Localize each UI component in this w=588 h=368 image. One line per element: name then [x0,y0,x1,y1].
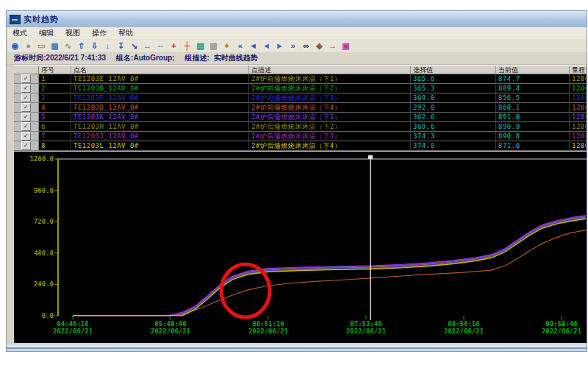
row-checkbox[interactable]: ✓ [14,93,39,103]
table-row[interactable]: ✓2TE1203B_12AV_0#2#炉前墙燃烧床床温（下2）365.3889.… [14,84,587,93]
realtime-mode-icon[interactable]: ◉ [9,40,21,52]
cell-rng: 1200.0 [570,122,587,132]
print-icon[interactable]: ▣ [340,40,352,52]
y-tick-label: 1200.0 [29,155,54,163]
cell-name: TE1203L_12AV_0# [71,141,249,151]
title-bar[interactable]: 实时趋势 [7,11,587,28]
copy-icon[interactable]: ▥ [207,40,220,52]
cell-no: 5 [39,113,71,122]
pointer-icon[interactable]: ↘ [128,40,140,52]
window-bottom-edge [7,343,587,351]
x-tick-time-label: 04:46:16 [57,320,88,328]
export-data-icon[interactable]: ▤ [194,40,207,52]
grid-view-icon[interactable]: ▦ [49,40,61,52]
column-header-no: 序号 [39,66,71,74]
group-desc-value: 实时曲线趋势 [214,53,258,63]
x-tick-date-label: 2022/06/21 [542,328,581,335]
table-row[interactable]: ✓1TE1203E_12AV_0#2#炉前墙燃烧床床温（下1）365.6874.… [14,74,587,84]
h-expand-icon[interactable]: ⇔ [154,40,167,52]
h-span-icon[interactable]: ↔ [141,40,154,52]
cell-sel: 292.0 [411,103,496,113]
cursor-add-icon[interactable]: + [168,40,180,52]
bookmark-icon[interactable]: ◆ [313,40,326,52]
cursor-time-text: 游标时间:2022/6/21 7:41:33 [14,53,106,63]
x-tick-time-label: 09:58:46 [545,320,577,328]
table-row[interactable]: ✓8TE1203L_12AV_0#2#炉后墙燃烧床床温（下4）374.0871.… [14,141,587,151]
trend-plot[interactable]: 0.0240.0480.0720.0960.01200.004:46:16202… [14,152,587,343]
checkmark-icon: ✓ [21,74,31,83]
row-checkbox[interactable]: ✓ [14,122,39,132]
search-icon[interactable]: ∞ [300,40,312,52]
trend-chart[interactable]: 0.0240.0480.0720.0960.01200.004:46:16202… [14,152,587,343]
fast-forward-icon[interactable]: » [287,40,299,52]
group-desc-label: 组描述: [185,53,209,63]
zoom-tool-icon[interactable]: ⌖ [220,40,233,52]
checkmark-icon: ✓ [21,141,31,150]
cell-sel: 362.6 [411,113,496,122]
shift-down-icon[interactable]: ⇩ [88,40,101,52]
scale-bottom-icon[interactable]: ↧ [115,40,127,52]
table-row[interactable]: ✓6TE1203H_12AV_0#2#炉后墙燃烧床床温（下2）369.6890.… [14,122,587,132]
cursor-status-line: 游标时间:2022/6/21 7:41:33 组名:AutoGroup; 组描述… [7,52,587,65]
app-icon [10,15,21,24]
column-header-check [14,66,39,74]
menu-item-operate[interactable]: 操作 [86,27,112,39]
cell-name: TE1203K_12AV_0# [71,113,249,122]
window-title: 实时趋势 [24,14,59,25]
cell-name: TE1203F_12AV_0# [71,93,249,103]
cell-no: 7 [39,132,71,141]
row-checkbox[interactable]: ✓ [14,103,39,113]
row-checkbox[interactable]: ✓ [14,74,39,84]
x-tick-time-label: 06:51:16 [252,320,284,328]
row-checkbox[interactable]: ✓ [14,141,39,151]
menu-item-edit[interactable]: 编辑 [33,27,60,39]
row-checkbox[interactable]: ✓ [14,84,39,93]
curve-view-icon[interactable]: ∿ [62,40,74,52]
x-tick-time-label: 07:53:46 [350,320,381,328]
column-header-cur: 当前值 [496,66,570,74]
table-row[interactable]: ✓5TE1203K_12AV_0#2#炉后墙燃烧床床温（下1）362.6891.… [14,113,587,122]
trend-curve-TE1203B_12AV_0# [73,216,586,316]
goto-end-icon[interactable]: → [326,40,339,52]
history-mode-icon[interactable]: ● [22,40,35,52]
x-tick-date-label: 2022/06/21 [151,328,190,335]
cell-desc: 2#炉前墙燃烧床床温（下1） [249,74,411,84]
cursor-handle[interactable] [368,155,373,159]
menu-item-view[interactable]: 视图 [60,27,86,39]
cell-desc: 2#炉后墙燃烧床床温（下3） [249,132,411,141]
cell-cur: 891.0 [496,113,570,122]
menu-item-mode[interactable]: 模式 [7,27,33,39]
group-name-text: 组名:AutoGroup; [116,53,174,63]
row-checkbox[interactable]: ✓ [14,132,39,141]
x-tick-date-label: 2022/06/21 [248,328,288,335]
y-tick-label: 0.0 [42,312,54,319]
row-checkbox[interactable]: ✓ [14,113,39,122]
cell-no: 4 [39,103,71,113]
checkmark-icon: ✓ [21,122,31,131]
cell-no: 3 [39,93,71,103]
menu-item-help[interactable]: 帮助 [112,27,139,39]
play-backward-icon[interactable]: ◄ [260,40,273,52]
toolbar: ◉●▭▦∿⇧⇩↓↧↘↔⇔+┼▤▥⌖«◄◄►»∞◆→▣ [7,39,587,53]
table-row[interactable]: ✓4TE1203D_12AV_0#2#炉前墙燃烧床床温（下4）292.0860.… [14,103,587,113]
fast-backward-icon[interactable]: « [234,40,246,52]
cursor-span-icon[interactable]: ┼ [181,40,193,52]
cell-sel: 374.3 [411,132,496,141]
step-backward-icon[interactable]: ◄ [247,40,259,52]
cell-rng: 1200.0 [570,103,587,113]
cell-rng: 1200.0 [570,113,587,122]
scale-down-icon[interactable]: ↓ [101,40,114,52]
x-tick-time-label: 08:56:16 [448,320,479,328]
play-forward-icon[interactable]: ► [273,40,286,52]
table-row[interactable]: ✓3TE1203F_12AV_0#2#炉前墙燃烧床床温（下3）369.0856.… [14,93,587,103]
cell-desc: 2#炉后墙燃烧床床温（下2） [249,122,411,132]
shift-up-icon[interactable]: ⇧ [75,40,87,52]
cell-name: TE1203B_12AV_0# [71,84,249,93]
x-tick-date-label: 2022/06/21 [444,328,484,335]
checkmark-icon: ✓ [21,84,31,93]
cell-name: TE1203E_12AV_0# [71,74,249,84]
checkmark-icon: ✓ [21,132,31,141]
cell-rng: 1200.0 [570,93,587,103]
table-row[interactable]: ✓7TE1203J_12AV_0#2#炉后墙燃烧床床温（下3）374.3890.… [14,132,587,141]
new-group-icon[interactable]: ▭ [35,40,48,52]
